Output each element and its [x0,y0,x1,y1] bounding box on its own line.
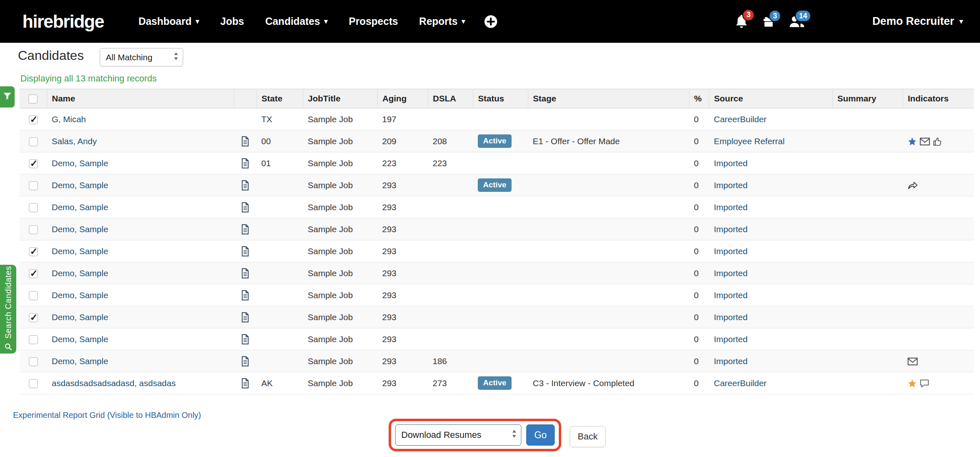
select-all-checkbox[interactable] [28,94,37,103]
aging-cell: 293 [377,174,428,196]
jobtitle-cell: Sample Job [303,262,377,284]
checkbox-cell [20,218,47,240]
summary-cell [832,240,903,262]
row-checkbox[interactable] [29,115,38,124]
state-cell [256,218,303,240]
candidate-name-link[interactable]: Demo, Sample [52,202,108,212]
row-checkbox[interactable] [29,203,38,212]
column-header-status[interactable]: Status [473,89,528,108]
comment-icon[interactable] [920,379,929,388]
candidate-name-link[interactable]: Salas, Andy [52,136,97,146]
column-header-stage[interactable]: Stage [528,89,689,108]
resume-document-icon[interactable] [241,224,249,235]
envelope-icon[interactable] [908,358,918,365]
share-icon[interactable] [908,181,918,190]
star-blue-icon[interactable] [908,137,917,146]
candidate-name-link[interactable]: Demo, Sample [52,224,108,234]
document-cell [234,306,256,328]
candidate-name-link[interactable]: Demo, Sample [52,180,108,190]
logo[interactable]: hirebridge [22,11,104,32]
row-checkbox[interactable] [29,291,38,300]
name-cell: asdasdsadsadsadasd, asdsadas [47,372,234,394]
column-header-name[interactable]: Name [47,89,234,108]
row-checkbox[interactable] [29,181,38,190]
summary-cell [832,350,903,372]
row-checkbox[interactable] [29,225,38,234]
indicators-cell [903,262,974,284]
percent-cell: 0 [689,350,709,372]
percent-cell: 0 [689,262,709,284]
row-checkbox[interactable] [29,247,38,256]
column-header-dsla[interactable]: DSLA [428,89,473,108]
resume-document-icon[interactable] [241,334,249,345]
table-row: Demo, SampleSample Job2930Imported [20,306,974,328]
candidate-name-link[interactable]: G, Micah [52,114,86,124]
add-icon[interactable] [484,15,498,29]
column-header-aging[interactable]: Aging [377,89,428,108]
state-cell [256,350,303,372]
funnel-icon [3,92,12,102]
thumbs-up-icon[interactable] [933,137,942,146]
column-header-source[interactable]: Source [709,89,832,108]
column-header-state[interactable]: State [256,89,303,108]
nav-item-candidates[interactable]: Candidates▾ [265,15,328,27]
chevron-down-icon: ▾ [462,18,465,25]
summary-cell [832,306,903,328]
stage-cell [528,350,689,372]
experimental-report-link[interactable]: Experimental Report Grid (Visible to HBA… [13,411,201,420]
candidate-name-link[interactable]: asdasdsadsadsadasd, asdsadas [52,378,176,388]
summary-cell [832,372,903,394]
candidate-name-link[interactable]: Demo, Sample [52,290,108,300]
bell-icon[interactable]: 3 [735,14,748,29]
row-checkbox[interactable] [29,379,38,388]
source-text: Imported [714,268,748,278]
source-cell: Imported [709,240,832,262]
people-icon[interactable]: 14 [789,15,805,28]
candidate-name-link[interactable]: Demo, Sample [52,158,108,168]
column-header-percent[interactable]: % [689,89,709,108]
resume-document-icon[interactable] [241,378,249,389]
action-select[interactable]: Download Resumes [395,424,521,446]
column-header-indicators[interactable]: Indicators [903,89,974,108]
candidate-name-link[interactable]: Demo, Sample [52,246,108,256]
star-gold-icon[interactable] [908,379,917,388]
row-checkbox[interactable] [29,137,38,146]
user-menu[interactable]: Demo Recruiter ▾ [872,15,963,28]
candidate-name-link[interactable]: Demo, Sample [52,268,108,278]
dsla-cell [428,196,473,218]
nav-item-dashboard[interactable]: Dashboard▾ [138,15,199,27]
resume-document-icon[interactable] [241,312,249,323]
row-checkbox[interactable] [29,357,38,366]
nav-item-reports[interactable]: Reports▾ [419,15,465,27]
resume-document-icon[interactable] [241,290,249,301]
row-checkbox[interactable] [29,159,38,168]
candidate-name-link[interactable]: Demo, Sample [52,356,108,366]
status-cell [473,152,528,174]
nav-item-prospects[interactable]: Prospects [349,15,398,27]
back-button[interactable]: Back [570,426,606,447]
candidate-name-link[interactable]: Demo, Sample [52,334,108,344]
go-button[interactable]: Go [526,424,555,446]
row-checkbox[interactable] [29,313,38,322]
row-checkbox[interactable] [29,269,38,278]
search-candidates-tab[interactable]: Search Candidates [0,265,16,354]
nav-item-jobs[interactable]: Jobs [220,15,244,27]
candidate-name-link[interactable]: Demo, Sample [52,312,108,322]
envelope-icon[interactable] [920,138,930,145]
matching-filter-select[interactable]: All Matching [100,48,183,66]
gift-icon[interactable]: 3 [762,15,775,28]
column-header-jobtitle[interactable]: JobTitle [303,89,377,108]
resume-document-icon[interactable] [241,356,249,367]
resume-document-icon[interactable] [241,202,249,213]
resume-document-icon[interactable] [241,158,249,169]
column-header-summary[interactable]: Summary [832,89,903,108]
filter-tab[interactable] [0,86,15,108]
resume-document-icon[interactable] [241,246,249,257]
resume-document-icon[interactable] [241,180,249,191]
name-cell: Demo, Sample [47,284,234,306]
source-cell: Imported [709,350,832,372]
resume-document-icon[interactable] [241,268,249,279]
resume-document-icon[interactable] [241,136,249,147]
aging-cell: 293 [377,306,428,328]
row-checkbox[interactable] [29,335,38,344]
